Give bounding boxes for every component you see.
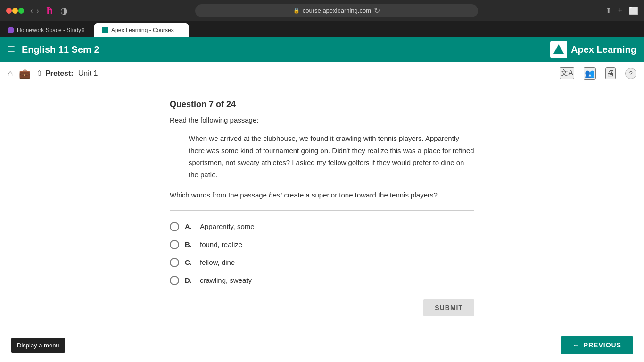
apex-logo-icon: A <box>550 41 567 58</box>
option-text-2: fellow, dine <box>200 258 235 266</box>
option-text-3: crawling, sweaty <box>200 276 252 284</box>
option-radio-1[interactable] <box>170 240 179 249</box>
option-radio-0[interactable] <box>170 222 179 231</box>
option-radio-2[interactable] <box>170 258 179 267</box>
tab-apex-label: Apex Learning - Courses <box>111 27 174 33</box>
header-left: ☰ English 11 Sem 2 <box>8 44 99 55</box>
back-button[interactable]: ‹ <box>30 7 33 15</box>
pretest-label: Pretest: <box>45 69 74 78</box>
option-radio-3[interactable] <box>170 276 179 285</box>
lock-icon: 🔒 <box>293 8 300 14</box>
window-controls <box>6 8 25 14</box>
help-button[interactable]: ? <box>625 68 636 79</box>
up-arrow-icon: ⇧ <box>36 69 42 78</box>
prev-label: PREVIOUS <box>584 341 621 349</box>
option-letter-2: C. <box>185 258 194 266</box>
nav-buttons[interactable]: ‹ › <box>30 7 39 15</box>
browser-right-icons: ⬆ + ⬜ <box>605 6 638 15</box>
question-prompt: Read the following passage: <box>170 116 474 124</box>
question-text: Which words from the passage best create… <box>170 190 474 201</box>
passage-block: When we arrived at the clubhouse, we fou… <box>189 132 474 181</box>
question-before: Which words from the passage <box>170 191 269 199</box>
svg-point-2 <box>18 8 24 14</box>
option-letter-3: D. <box>185 276 194 284</box>
app-header: ☰ English 11 Sem 2 A Apex Learning <box>0 37 644 62</box>
option-item-b[interactable]: B. found, realize <box>170 240 474 249</box>
studyx-favicon <box>8 27 14 33</box>
question-header: Question 7 of 24 <box>170 99 474 109</box>
shield-icon: ◑ <box>60 6 68 16</box>
option-text-0: Apparently, some <box>200 222 255 230</box>
unit-label: Unit 1 <box>78 69 98 78</box>
apex-favicon <box>102 27 108 33</box>
display-menu-button[interactable]: Display a menu <box>11 338 65 353</box>
svg-point-0 <box>6 8 12 14</box>
app-title: English 11 Sem 2 <box>22 44 99 55</box>
home-button[interactable]: ⌂ <box>8 68 13 79</box>
option-item-d[interactable]: D. crawling, sweaty <box>170 276 474 285</box>
address-text: course.apexlearning.com <box>303 7 371 14</box>
briefcase-button[interactable]: 💼 <box>19 68 31 79</box>
h-icon: ħ <box>47 5 53 17</box>
pretest-info: ⇧ Pretest: Unit 1 <box>36 69 98 78</box>
option-letter-0: A. <box>185 222 194 230</box>
question-after: create a superior tone toward the tennis… <box>282 191 437 199</box>
toolbar: ⌂ 💼 ⇧ Pretest: Unit 1 文A 👥 🖨 ? <box>0 62 644 85</box>
tab-studyx-label: Homework Space - StudyX <box>17 27 85 33</box>
option-item-a[interactable]: A. Apparently, some <box>170 222 474 231</box>
profile-button[interactable]: 👥 <box>584 67 596 80</box>
option-text-1: found, realize <box>200 240 242 248</box>
toolbar-right: 文A 👥 🖨 ? <box>560 67 636 80</box>
refresh-button[interactable]: ↻ <box>374 6 380 15</box>
svg-point-1 <box>12 8 18 14</box>
option-item-c[interactable]: C. fellow, dine <box>170 258 474 267</box>
browser-tabs: Homework Space - StudyX Apex Learning - … <box>0 21 644 37</box>
forward-button[interactable]: › <box>36 7 39 15</box>
sidebar-icon[interactable]: ⬜ <box>629 6 638 15</box>
print-button[interactable]: 🖨 <box>605 67 616 79</box>
submit-button[interactable]: SUBMIT <box>423 299 474 316</box>
address-bar[interactable]: 🔒 course.apexlearning.com ↻ <box>195 4 478 17</box>
bottom-bar: Display a menu ← PREVIOUS <box>0 328 644 362</box>
svg-text:A: A <box>557 48 561 53</box>
tab-studyx[interactable]: Homework Space - StudyX <box>0 23 94 37</box>
toolbar-left: ⌂ 💼 ⇧ Pretest: Unit 1 <box>8 68 98 79</box>
share-icon[interactable]: ⬆ <box>605 6 611 15</box>
question-italic: best <box>269 191 282 199</box>
browser-chrome: ‹ › ħ ◑ 🔒 course.apexlearning.com ↻ ⬆ + … <box>0 0 644 21</box>
main-content: Question 7 of 24 Read the following pass… <box>0 85 644 362</box>
tab-apex[interactable]: Apex Learning - Courses <box>94 23 189 37</box>
options-list: A. Apparently, some B. found, realize C.… <box>170 222 474 285</box>
apex-logo-text: Apex Learning <box>571 44 636 55</box>
option-letter-1: B. <box>185 240 194 248</box>
divider <box>170 210 474 211</box>
previous-button[interactable]: ← PREVIOUS <box>561 336 633 354</box>
hamburger-icon[interactable]: ☰ <box>8 44 15 55</box>
prev-arrow-icon: ← <box>573 341 580 349</box>
apex-logo: A Apex Learning <box>550 41 636 58</box>
translate-button[interactable]: 文A <box>560 67 574 79</box>
new-tab-icon[interactable]: + <box>618 6 622 15</box>
